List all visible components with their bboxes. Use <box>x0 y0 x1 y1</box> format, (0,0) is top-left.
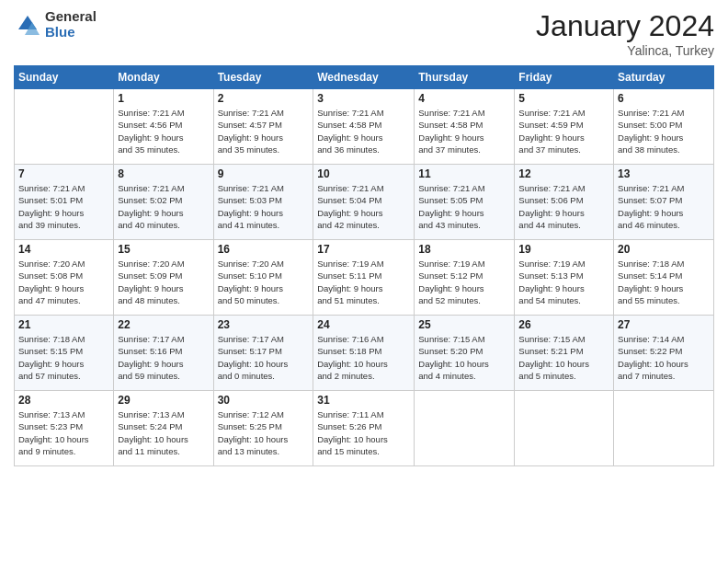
table-cell: 6Sunrise: 7:21 AMSunset: 5:00 PMDaylight… <box>614 89 714 165</box>
table-cell: 29Sunrise: 7:13 AMSunset: 5:24 PMDayligh… <box>114 391 213 466</box>
day-number: 18 <box>418 243 510 256</box>
table-cell <box>415 391 515 466</box>
week-row-4: 21Sunrise: 7:18 AMSunset: 5:15 PMDayligh… <box>15 316 714 391</box>
day-number: 7 <box>18 167 109 180</box>
table-cell: 4Sunrise: 7:21 AMSunset: 4:58 PMDaylight… <box>415 89 515 165</box>
logo-general: General <box>45 9 97 25</box>
header: General Blue January 2024 Yalinca, Turke… <box>14 9 714 58</box>
week-row-3: 14Sunrise: 7:20 AMSunset: 5:08 PMDayligh… <box>15 240 714 316</box>
table-cell: 30Sunrise: 7:12 AMSunset: 5:25 PMDayligh… <box>213 391 313 466</box>
day-info: Sunrise: 7:21 AMSunset: 5:01 PMDaylight:… <box>18 182 109 231</box>
day-info: Sunrise: 7:14 AMSunset: 5:22 PMDaylight:… <box>618 333 710 382</box>
day-number: 11 <box>418 167 510 180</box>
header-wednesday: Wednesday <box>313 66 415 89</box>
table-cell: 12Sunrise: 7:21 AMSunset: 5:06 PMDayligh… <box>515 165 614 240</box>
day-info: Sunrise: 7:21 AMSunset: 5:04 PMDaylight:… <box>317 182 410 231</box>
table-cell <box>15 89 114 165</box>
day-number: 24 <box>317 318 410 331</box>
week-row-1: 1Sunrise: 7:21 AMSunset: 4:56 PMDaylight… <box>15 89 714 165</box>
day-info: Sunrise: 7:21 AMSunset: 5:05 PMDaylight:… <box>418 182 510 231</box>
table-cell <box>614 391 714 466</box>
day-number: 27 <box>618 318 710 331</box>
table-cell: 7Sunrise: 7:21 AMSunset: 5:01 PMDaylight… <box>15 165 114 240</box>
day-number: 17 <box>317 243 410 256</box>
table-cell: 5Sunrise: 7:21 AMSunset: 4:59 PMDaylight… <box>515 89 614 165</box>
table-cell: 2Sunrise: 7:21 AMSunset: 4:57 PMDaylight… <box>213 89 313 165</box>
week-row-2: 7Sunrise: 7:21 AMSunset: 5:01 PMDaylight… <box>15 165 714 240</box>
day-info: Sunrise: 7:19 AMSunset: 5:12 PMDaylight:… <box>418 258 510 306</box>
logo: General Blue <box>14 9 97 40</box>
table-cell: 1Sunrise: 7:21 AMSunset: 4:56 PMDaylight… <box>114 89 213 165</box>
day-number: 21 <box>18 318 109 331</box>
day-info: Sunrise: 7:17 AMSunset: 5:16 PMDaylight:… <box>118 333 209 382</box>
table-cell <box>515 391 614 466</box>
day-info: Sunrise: 7:21 AMSunset: 5:06 PMDaylight:… <box>518 182 609 231</box>
day-info: Sunrise: 7:21 AMSunset: 4:58 PMDaylight:… <box>317 107 410 155</box>
day-number: 9 <box>218 167 310 180</box>
day-number: 23 <box>218 318 310 331</box>
table-cell: 9Sunrise: 7:21 AMSunset: 5:03 PMDaylight… <box>213 165 313 240</box>
day-info: Sunrise: 7:17 AMSunset: 5:17 PMDaylight:… <box>218 333 310 382</box>
table-cell: 31Sunrise: 7:11 AMSunset: 5:26 PMDayligh… <box>313 391 415 466</box>
table-cell: 8Sunrise: 7:21 AMSunset: 5:02 PMDaylight… <box>114 165 213 240</box>
day-number: 25 <box>418 318 510 331</box>
day-info: Sunrise: 7:21 AMSunset: 4:56 PMDaylight:… <box>118 107 209 155</box>
day-number: 20 <box>618 243 710 256</box>
table-cell: 22Sunrise: 7:17 AMSunset: 5:16 PMDayligh… <box>114 316 213 391</box>
day-info: Sunrise: 7:21 AMSunset: 4:57 PMDaylight:… <box>218 107 310 155</box>
day-number: 14 <box>18 243 109 256</box>
header-monday: Monday <box>114 66 213 89</box>
day-info: Sunrise: 7:19 AMSunset: 5:11 PMDaylight:… <box>317 258 410 306</box>
day-number: 19 <box>518 243 609 256</box>
table-cell: 27Sunrise: 7:14 AMSunset: 5:22 PMDayligh… <box>614 316 714 391</box>
day-number: 29 <box>118 394 209 407</box>
month-title: January 2024 <box>536 9 714 43</box>
day-info: Sunrise: 7:13 AMSunset: 5:23 PMDaylight:… <box>18 408 109 457</box>
day-info: Sunrise: 7:21 AMSunset: 5:07 PMDaylight:… <box>618 182 710 231</box>
day-number: 12 <box>518 167 609 180</box>
page: General Blue January 2024 Yalinca, Turke… <box>0 0 728 563</box>
table-cell: 21Sunrise: 7:18 AMSunset: 5:15 PMDayligh… <box>15 316 114 391</box>
table-cell: 16Sunrise: 7:20 AMSunset: 5:10 PMDayligh… <box>213 240 313 316</box>
table-cell: 14Sunrise: 7:20 AMSunset: 5:08 PMDayligh… <box>15 240 114 316</box>
table-cell: 13Sunrise: 7:21 AMSunset: 5:07 PMDayligh… <box>614 165 714 240</box>
title-block: January 2024 Yalinca, Turkey <box>536 9 714 58</box>
week-row-5: 28Sunrise: 7:13 AMSunset: 5:23 PMDayligh… <box>15 391 714 466</box>
table-cell: 25Sunrise: 7:15 AMSunset: 5:20 PMDayligh… <box>415 316 515 391</box>
day-number: 22 <box>118 318 209 331</box>
day-info: Sunrise: 7:12 AMSunset: 5:25 PMDaylight:… <box>218 408 310 457</box>
day-number: 8 <box>118 167 209 180</box>
day-info: Sunrise: 7:13 AMSunset: 5:24 PMDaylight:… <box>118 408 209 457</box>
table-cell: 26Sunrise: 7:15 AMSunset: 5:21 PMDayligh… <box>515 316 614 391</box>
table-cell: 3Sunrise: 7:21 AMSunset: 4:58 PMDaylight… <box>313 89 415 165</box>
day-info: Sunrise: 7:19 AMSunset: 5:13 PMDaylight:… <box>518 258 609 306</box>
day-number: 26 <box>518 318 609 331</box>
day-info: Sunrise: 7:18 AMSunset: 5:15 PMDaylight:… <box>18 333 109 382</box>
day-info: Sunrise: 7:21 AMSunset: 5:02 PMDaylight:… <box>118 182 209 231</box>
header-friday: Friday <box>515 66 614 89</box>
day-info: Sunrise: 7:15 AMSunset: 5:20 PMDaylight:… <box>418 333 510 382</box>
day-number: 31 <box>317 394 410 407</box>
day-number: 13 <box>618 167 710 180</box>
day-info: Sunrise: 7:21 AMSunset: 4:59 PMDaylight:… <box>518 107 609 155</box>
table-cell: 19Sunrise: 7:19 AMSunset: 5:13 PMDayligh… <box>515 240 614 316</box>
calendar-table: Sunday Monday Tuesday Wednesday Thursday… <box>14 65 714 466</box>
day-info: Sunrise: 7:21 AMSunset: 5:03 PMDaylight:… <box>218 182 310 231</box>
header-sunday: Sunday <box>15 66 114 89</box>
day-number: 5 <box>518 92 609 105</box>
day-number: 3 <box>317 92 410 105</box>
day-info: Sunrise: 7:21 AMSunset: 4:58 PMDaylight:… <box>418 107 510 155</box>
table-cell: 28Sunrise: 7:13 AMSunset: 5:23 PMDayligh… <box>15 391 114 466</box>
header-thursday: Thursday <box>415 66 515 89</box>
day-number: 2 <box>218 92 310 105</box>
table-cell: 24Sunrise: 7:16 AMSunset: 5:18 PMDayligh… <box>313 316 415 391</box>
day-info: Sunrise: 7:21 AMSunset: 5:00 PMDaylight:… <box>618 107 710 155</box>
day-info: Sunrise: 7:20 AMSunset: 5:08 PMDaylight:… <box>18 258 109 306</box>
day-number: 6 <box>618 92 710 105</box>
header-tuesday: Tuesday <box>213 66 313 89</box>
location: Yalinca, Turkey <box>536 43 714 58</box>
day-number: 10 <box>317 167 410 180</box>
day-number: 30 <box>218 394 310 407</box>
day-number: 15 <box>118 243 209 256</box>
day-number: 4 <box>418 92 510 105</box>
